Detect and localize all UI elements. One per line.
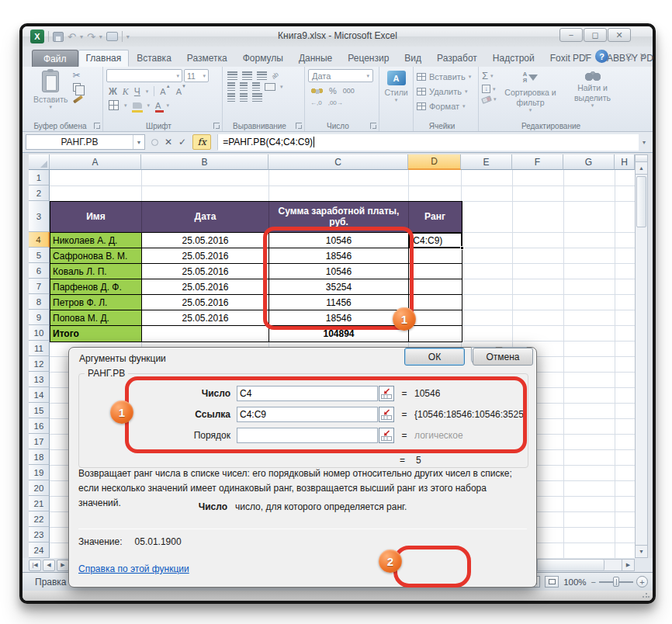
copy-icon[interactable] — [73, 83, 81, 92]
align-center-icon[interactable] — [240, 82, 248, 91]
workbook-close-icon[interactable]: ✕ — [639, 51, 646, 61]
scroll-up-icon[interactable]: ▲ — [636, 162, 647, 175]
table-cell-empty[interactable] — [142, 326, 269, 341]
help-icon[interactable]: ? — [595, 50, 608, 63]
zoom-level[interactable]: 100% — [563, 577, 586, 587]
collapse-ribbon-icon[interactable]: ∧ — [583, 51, 589, 61]
increase-indent-icon[interactable] — [240, 93, 248, 102]
decrease-indent-icon[interactable] — [227, 93, 235, 102]
dialog-launcher-icon[interactable] — [296, 123, 302, 129]
bold-button[interactable]: Ж — [109, 87, 117, 96]
row-header-12[interactable]: 12 — [29, 356, 50, 372]
format-painter-icon[interactable] — [73, 95, 83, 104]
row-header-7[interactable]: 7 — [29, 279, 50, 294]
table-cell-rank[interactable] — [409, 295, 462, 310]
orientation-icon[interactable]: ab — [270, 71, 280, 81]
table-cell-date[interactable]: 25.05.2016 — [142, 310, 269, 326]
table-cell-empty[interactable] — [409, 326, 462, 341]
row-header-20[interactable]: 20 — [29, 480, 50, 496]
vertical-scroll-thumb[interactable] — [636, 176, 646, 227]
row-header-6[interactable]: 6 — [29, 263, 50, 279]
table-header-cell[interactable]: Дата — [142, 202, 269, 233]
row-header-5[interactable]: 5 — [29, 248, 50, 263]
align-bottom-icon[interactable] — [257, 71, 267, 80]
cut-icon[interactable]: ✂ — [73, 71, 83, 80]
table-cell-date[interactable]: 25.05.2016 — [142, 233, 269, 248]
row-header-4[interactable]: 4 — [29, 232, 50, 248]
table-cell-name[interactable]: Петров Ф. Л. — [50, 295, 142, 310]
row-header-11[interactable]: 11 — [29, 341, 50, 356]
table-cell-name[interactable]: Попова М. Д. — [50, 310, 142, 326]
name-box-dropdown-icon[interactable]: ▼ — [133, 135, 144, 149]
tab-file[interactable]: Файл — [32, 50, 78, 67]
tab-developer[interactable]: Разработ — [429, 50, 485, 67]
cancel-button[interactable]: Отмена — [473, 348, 533, 366]
percent-style-icon[interactable]: % — [329, 86, 337, 95]
table-cell-rank[interactable] — [409, 248, 462, 264]
scroll-down-icon[interactable]: ▼ — [636, 545, 647, 557]
table-cell-date[interactable]: 25.05.2016 — [142, 264, 269, 279]
column-header-h[interactable]: H — [615, 154, 635, 170]
table-cell-rank[interactable] — [409, 279, 462, 295]
fill-button[interactable]: ↓ ▾ — [482, 85, 497, 93]
cancel-entry-icon[interactable]: ✕ — [165, 137, 172, 147]
horizontal-scrollbar[interactable]: ▶ — [537, 559, 635, 571]
tab-insert[interactable]: Вставка — [129, 50, 179, 67]
dialog-launcher-icon[interactable] — [213, 123, 220, 129]
row-header-2[interactable]: 2 — [29, 185, 50, 201]
page-break-view-icon[interactable] — [545, 576, 559, 588]
split-handle[interactable] — [636, 155, 647, 162]
table-header-cell[interactable]: Ранг — [409, 202, 462, 233]
row-header-21[interactable]: 21 — [29, 496, 50, 511]
underline-button[interactable]: Ч — [134, 87, 140, 96]
comma-style-icon[interactable]: 000 — [343, 87, 355, 95]
table-cell-total-label[interactable]: Итого — [50, 326, 142, 341]
maximize-button[interactable]: ◻ — [584, 28, 607, 42]
align-left-icon[interactable] — [227, 82, 235, 91]
table-cell-rank[interactable]: ;C4:C9) — [409, 233, 462, 248]
tab-home[interactable]: Главная — [78, 50, 130, 67]
column-header-f[interactable]: F — [512, 154, 563, 170]
column-header-e[interactable]: E — [461, 154, 512, 170]
row-header-23[interactable]: 23 — [29, 527, 50, 543]
decrease-decimal-icon[interactable]: ,00→ — [328, 99, 343, 106]
select-all-corner[interactable] — [29, 154, 50, 170]
sort-filter-button[interactable]: А Я Сортировка и фильтр ▾ — [503, 69, 559, 121]
zoom-out-icon[interactable]: − — [591, 577, 596, 587]
row-header-10[interactable]: 10 — [29, 325, 50, 341]
zoom-in-icon[interactable]: + — [636, 576, 648, 588]
borders-icon[interactable] — [109, 100, 119, 110]
row-header-14[interactable]: 14 — [29, 387, 50, 403]
table-cell-date[interactable]: 25.05.2016 — [142, 248, 269, 264]
expand-formula-bar-icon[interactable]: ▾ — [639, 139, 649, 146]
column-header-g[interactable]: G — [563, 154, 615, 170]
increase-decimal-icon[interactable]: ←,0 — [310, 99, 322, 106]
tab-data[interactable]: Данные — [291, 50, 340, 67]
tab-addins[interactable]: Надстрой — [485, 50, 542, 67]
column-header-c[interactable]: C — [268, 154, 408, 170]
row-header-3[interactable]: 3 — [29, 201, 50, 232]
row-header-18[interactable]: 18 — [29, 449, 50, 465]
resize-grip[interactable] — [642, 592, 649, 598]
autosum-button[interactable]: Σ ▾ — [482, 70, 497, 81]
column-header-b[interactable]: B — [141, 154, 268, 170]
tab-view[interactable]: Вид — [397, 50, 429, 67]
scroll-right-icon[interactable]: ▶ — [622, 560, 634, 570]
column-header-d[interactable]: D — [408, 154, 461, 170]
table-cell-date[interactable]: 25.05.2016 — [142, 279, 269, 295]
insert-cells-button[interactable]: Вставить ▾ — [417, 69, 475, 84]
table-cell-rank[interactable] — [409, 264, 462, 279]
insert-function-icon[interactable]: fx — [192, 134, 211, 150]
row-header-15[interactable]: 15 — [29, 403, 50, 418]
shrink-font-button[interactable]: А▼ — [176, 87, 186, 96]
workbook-minimize-icon[interactable]: − — [615, 52, 619, 61]
align-top-icon[interactable] — [227, 71, 237, 80]
align-middle-icon[interactable] — [242, 71, 252, 80]
vertical-scrollbar[interactable]: ▲ ▼ — [635, 154, 648, 558]
close-button[interactable]: ✕ — [608, 28, 631, 42]
dialog-launcher-icon[interactable] — [370, 123, 376, 129]
grow-font-button[interactable]: А▲ — [160, 87, 170, 96]
tab-review[interactable]: Рецензир — [340, 50, 397, 67]
tab-formulas[interactable]: Формулы — [235, 50, 291, 67]
next-sheet-icon[interactable]: ▶ — [57, 560, 69, 571]
